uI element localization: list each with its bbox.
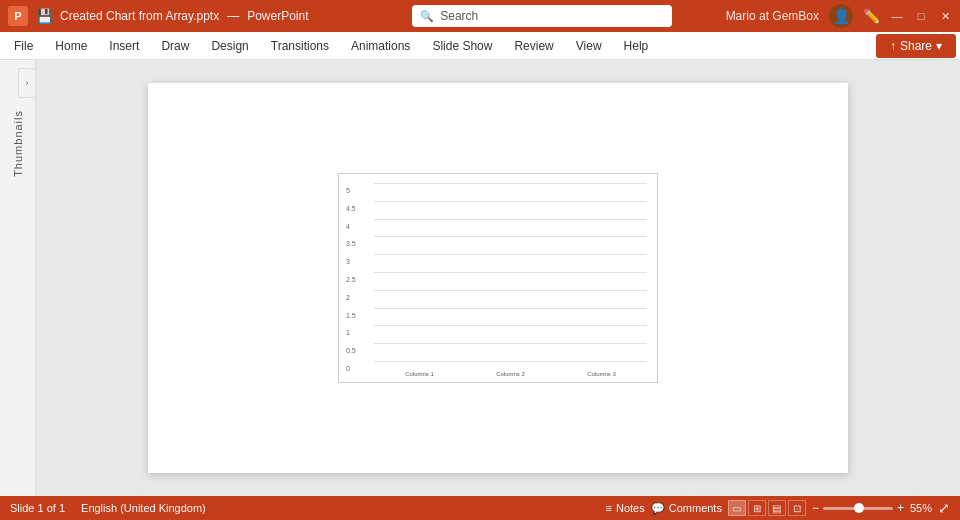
x-label-3: Columns 3 [587, 371, 616, 377]
menu-item-animations[interactable]: Animations [341, 33, 420, 59]
sidebar-toggle[interactable]: › [18, 68, 36, 98]
menu-item-help[interactable]: Help [614, 33, 659, 59]
search-icon: 🔍 [420, 10, 434, 23]
pen-icon[interactable]: ✏️ [863, 8, 880, 24]
share-label: Share [900, 39, 932, 53]
menu-item-view[interactable]: View [566, 33, 612, 59]
slide-panel[interactable]: 5 4.5 4 3.5 3 2.5 2 1.5 1 0.5 0 [36, 60, 960, 496]
notes-button[interactable]: ≡ Notes [606, 502, 645, 514]
status-bar: Slide 1 of 1 English (United Kingdom) ≡ … [0, 496, 960, 520]
search-area: 🔍 Search [367, 5, 718, 27]
presenter-view-icon[interactable]: ⊡ [788, 500, 806, 516]
share-chevron-icon: ▾ [936, 39, 942, 53]
menu-item-review[interactable]: Review [504, 33, 563, 59]
share-button[interactable]: ↑ Share ▾ [876, 34, 956, 58]
view-icons: ▭ ⊞ ▤ ⊡ [728, 500, 806, 516]
x-labels: Columns 1 Columns 2 Columns 3 [374, 371, 647, 377]
zoom-out-icon[interactable]: − [812, 501, 819, 515]
normal-view-icon[interactable]: ▭ [728, 500, 746, 516]
title-bar-left: P 💾 Created Chart from Array.pptx — Powe… [8, 6, 359, 26]
title-separator: — [227, 9, 239, 23]
zoom-track[interactable] [823, 507, 893, 510]
bars-wrapper [374, 184, 647, 362]
menu-item-draw[interactable]: Draw [151, 33, 199, 59]
x-label-1: Columns 1 [405, 371, 434, 377]
zoom-percent[interactable]: 55% [910, 502, 932, 514]
thumbnails-sidebar: › Thumbnails [0, 60, 36, 496]
zoom-thumb[interactable] [854, 503, 864, 513]
comments-button[interactable]: 💬 Comments [651, 502, 722, 515]
slide-info: Slide 1 of 1 [10, 502, 65, 514]
main-area: › Thumbnails 5 4.5 4 3.5 3 2.5 2 [0, 60, 960, 496]
fit-to-window-icon[interactable]: ⤢ [938, 500, 950, 516]
title-bar: P 💾 Created Chart from Array.pptx — Powe… [0, 0, 960, 32]
sidebar-label: Thumbnails [12, 110, 24, 177]
status-bar-right: ≡ Notes 💬 Comments ▭ ⊞ ▤ ⊡ − + 55% ⤢ [606, 500, 950, 516]
zoom-slider: − + [812, 501, 904, 515]
user-label: Mario at GemBox [726, 9, 819, 23]
share-icon: ↑ [890, 39, 896, 53]
x-label-2: Columns 2 [496, 371, 525, 377]
maximize-button[interactable]: □ [914, 9, 928, 23]
powerpoint-app-icon: P [8, 6, 28, 26]
document-title: Created Chart from Array.pptx [60, 9, 219, 23]
menu-item-file[interactable]: File [4, 33, 43, 59]
notes-label: Notes [616, 502, 645, 514]
comments-icon: 💬 [651, 502, 665, 515]
zoom-in-icon[interactable]: + [897, 501, 904, 515]
reading-view-icon[interactable]: ▤ [768, 500, 786, 516]
menu-item-insert[interactable]: Insert [99, 33, 149, 59]
language-label: English (United Kingdom) [81, 502, 206, 514]
app-name: PowerPoint [247, 9, 308, 23]
menu-item-design[interactable]: Design [201, 33, 258, 59]
avatar: 👤 [829, 4, 853, 28]
menu-item-home[interactable]: Home [45, 33, 97, 59]
notes-icon: ≡ [606, 502, 612, 514]
minimize-button[interactable]: — [890, 9, 904, 23]
slide-canvas: 5 4.5 4 3.5 3 2.5 2 1.5 1 0.5 0 [148, 83, 848, 473]
menu-bar: File Home Insert Draw Design Transitions… [0, 32, 960, 60]
search-placeholder: Search [440, 9, 478, 23]
slide-sorter-icon[interactable]: ⊞ [748, 500, 766, 516]
search-box[interactable]: 🔍 Search [412, 5, 672, 27]
title-bar-right: Mario at GemBox 👤 ✏️ — □ ✕ [726, 4, 952, 28]
chart-area: 5 4.5 4 3.5 3 2.5 2 1.5 1 0.5 0 [374, 184, 647, 362]
save-icon[interactable]: 💾 [36, 8, 52, 24]
comments-label: Comments [669, 502, 722, 514]
menu-item-slideshow[interactable]: Slide Show [422, 33, 502, 59]
close-button[interactable]: ✕ [938, 9, 952, 23]
menu-item-transitions[interactable]: Transitions [261, 33, 339, 59]
chart-container: 5 4.5 4 3.5 3 2.5 2 1.5 1 0.5 0 [338, 173, 658, 383]
